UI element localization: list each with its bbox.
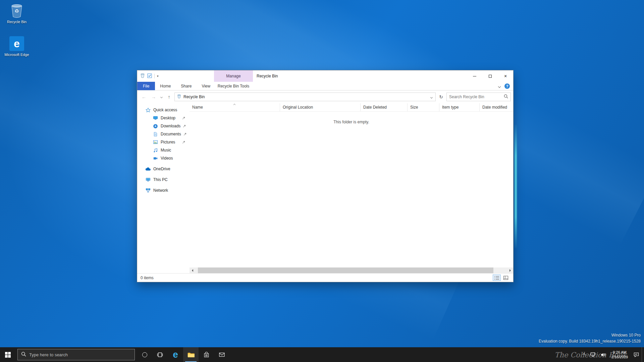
column-header-original-location[interactable]: Original Location [280, 103, 361, 111]
sidebar-item-documents[interactable]: Documents [137, 130, 190, 138]
ribbon-tabs: File Home Share View Recycle Bin Tools ? [137, 82, 513, 90]
sidebar-item-label: Quick access [153, 108, 190, 112]
taskbar-edge-button[interactable]: e [168, 347, 183, 362]
expand-ribbon-button[interactable] [498, 84, 500, 88]
sidebar-item-label: Downloads [161, 124, 180, 128]
sidebar-item-quick-access[interactable]: Quick access [137, 106, 190, 114]
task-view-icon [157, 352, 163, 357]
edge-icon: e [173, 350, 178, 359]
column-header-date-deleted[interactable]: Date Deleted [361, 103, 408, 111]
downloads-icon [153, 123, 158, 129]
desktop-icon-label: Microsoft Edge [3, 53, 30, 57]
action-center-button[interactable] [631, 347, 642, 362]
system-tray: 9:26 AM 2/16/2019 [580, 347, 644, 362]
task-view-button[interactable] [152, 347, 168, 362]
tab-home[interactable]: Home [155, 82, 176, 90]
network-status-icon [590, 352, 595, 357]
sidebar-item-label: OneDrive [153, 167, 190, 171]
column-header-label: Size [410, 105, 418, 110]
chevron-down-icon [160, 96, 162, 98]
cortana-button[interactable] [137, 347, 152, 362]
taskbar-search-input[interactable] [29, 352, 131, 357]
back-button[interactable]: ← [140, 93, 148, 101]
app-icon[interactable] [140, 73, 145, 79]
desktop-icon-recycle-bin[interactable]: ♻ Recycle Bin [3, 3, 30, 24]
taskbar-store-button[interactable] [199, 347, 214, 362]
scrollbar-track[interactable] [195, 267, 507, 273]
column-header-date-modified[interactable]: Date modified [480, 103, 513, 111]
column-header-label: Item type [442, 105, 459, 110]
show-desktop-button[interactable] [642, 347, 644, 362]
tray-network-button[interactable] [588, 347, 598, 362]
maximize-button[interactable] [482, 70, 498, 82]
sidebar-item-this-pc[interactable]: This PC [137, 176, 190, 184]
watermark-line2: Evaluation copy. Build 18342.19h1_releas… [539, 338, 641, 345]
file-list-area: Name Original Location Date Deleted Size… [190, 103, 513, 273]
taskbar-mail-button[interactable] [214, 347, 229, 362]
details-view-button[interactable] [493, 275, 501, 281]
qat-properties-icon[interactable] [147, 73, 152, 79]
tab-view[interactable]: View [197, 82, 215, 90]
taskbar-clock[interactable]: 9:26 AM 2/16/2019 [608, 347, 631, 362]
up-button[interactable]: ↑ [165, 93, 173, 101]
window-content: Quick access Desktop Downloads [137, 103, 513, 273]
column-header-size[interactable]: Size [408, 103, 439, 111]
navigation-pane: Quick access Desktop Downloads [137, 103, 190, 273]
column-header-label: Original Location [283, 105, 313, 110]
search-icon[interactable] [504, 94, 508, 100]
sidebar-item-label: Music [161, 148, 190, 153]
qat-customize-icon[interactable]: ▾ [157, 74, 159, 78]
search-input[interactable] [449, 95, 502, 99]
clock-time: 9:26 AM [613, 350, 626, 355]
desktop-icon-microsoft-edge[interactable]: e Microsoft Edge [3, 36, 30, 57]
taskbar-search-box[interactable] [17, 349, 135, 360]
recent-locations-button[interactable] [159, 93, 164, 101]
close-icon: ✕ [504, 74, 507, 78]
sidebar-item-pictures[interactable]: Pictures [137, 138, 190, 146]
tray-volume-button[interactable] [598, 347, 608, 362]
maximize-icon [489, 75, 492, 78]
sidebar-item-downloads[interactable]: Downloads [137, 122, 190, 130]
horizontal-scrollbar[interactable] [190, 267, 513, 273]
column-headers: Name Original Location Date Deleted Size… [190, 103, 513, 112]
scrollbar-thumb[interactable] [198, 267, 493, 273]
sidebar-item-network[interactable]: Network [137, 186, 190, 194]
tray-expand-button[interactable] [580, 347, 588, 362]
scroll-right-button[interactable] [507, 267, 513, 273]
help-button[interactable]: ? [504, 83, 510, 89]
address-text: Recycle Bin [183, 95, 428, 99]
scroll-left-button[interactable] [190, 267, 195, 273]
sidebar-item-videos[interactable]: Videos [137, 154, 190, 162]
music-icon [153, 147, 158, 153]
address-bar[interactable]: Recycle Bin [174, 93, 436, 101]
titlebar-drag-area[interactable] [162, 70, 467, 82]
taskbar-file-explorer-button[interactable] [183, 347, 199, 362]
sidebar-item-label: Videos [161, 156, 190, 161]
videos-icon [153, 156, 158, 161]
titlebar[interactable]: ▾ Manage Recycle Bin ✕ [137, 70, 513, 82]
sidebar-item-music[interactable]: Music [137, 146, 190, 154]
tab-file[interactable]: File [137, 82, 155, 90]
sidebar-item-desktop[interactable]: Desktop [137, 114, 190, 122]
address-dropdown-button[interactable] [431, 95, 433, 99]
context-tab-group-manage: Manage [214, 70, 253, 82]
tab-share[interactable]: Share [176, 82, 197, 90]
edge-icon: e [9, 36, 24, 52]
item-count: 0 items [141, 276, 154, 280]
tab-recycle-bin-tools[interactable]: Recycle Bin Tools [214, 82, 253, 90]
start-button[interactable] [0, 347, 15, 362]
view-toggles [493, 275, 510, 281]
close-button[interactable]: ✕ [498, 70, 513, 82]
onedrive-cloud-icon [145, 166, 151, 172]
column-header-item-type[interactable]: Item type [439, 103, 480, 111]
network-icon [145, 188, 151, 193]
forward-button[interactable]: → [149, 93, 158, 101]
minimize-icon [473, 76, 476, 76]
sidebar-item-onedrive[interactable]: OneDrive [137, 165, 190, 173]
refresh-button[interactable]: ↻ [437, 93, 445, 101]
column-header-name[interactable]: Name [190, 103, 280, 111]
thumbnails-view-button[interactable] [502, 275, 510, 281]
documents-icon [153, 131, 158, 137]
minimize-button[interactable] [467, 70, 482, 82]
pin-icon [183, 132, 187, 136]
